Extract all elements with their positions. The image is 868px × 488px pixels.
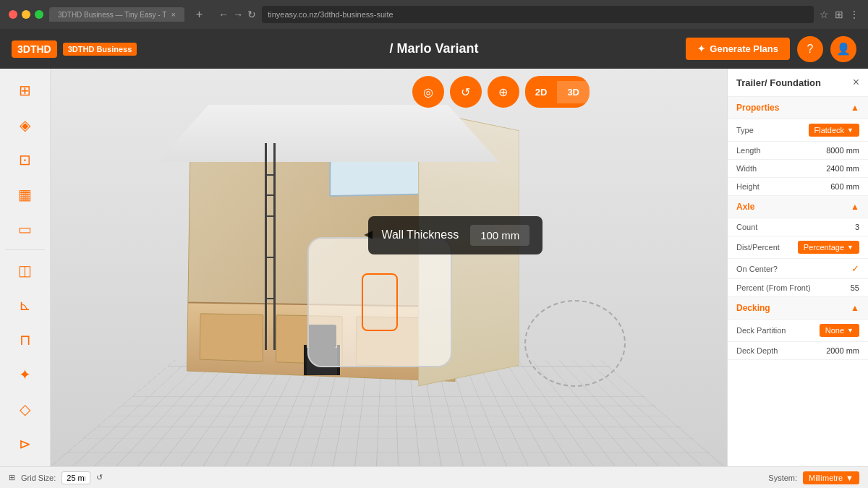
move-view-btn[interactable]: ⊕	[488, 76, 519, 108]
url-text: tinyeasy.co.nz/3dthd-business-suite	[268, 10, 393, 19]
axle-collapse-icon[interactable]: ▲	[851, 202, 859, 212]
help-button[interactable]: ?	[797, 36, 823, 62]
window-controls	[9, 10, 43, 19]
toolbar-stack-btn[interactable]: ◫	[9, 254, 41, 286]
toolbar-bookmark-btn[interactable]: ⊳	[9, 428, 41, 460]
type-dropdown[interactable]: Flatdeck ▼	[809, 124, 860, 137]
axle-section-title: Axle	[736, 202, 754, 212]
axle-section-header[interactable]: Axle ▲	[728, 196, 868, 218]
system-arrow: ▼	[846, 474, 854, 482]
app-header: 3DTHD 3DTHD Business / Marlo Variant ✦ G…	[0, 29, 868, 69]
address-bar[interactable]: tinyeasy.co.nz/3dthd-business-suite	[262, 6, 814, 23]
page-title: / Marlo Variant	[389, 41, 478, 56]
roof-area	[158, 105, 500, 162]
count-row: Count 3	[728, 218, 868, 236]
toolbar-box-btn[interactable]: ▭	[9, 213, 41, 245]
logo-area: 3DTHD 3DTHD Business	[12, 40, 137, 58]
toolbar-dimension-btn[interactable]: ⊡	[9, 144, 41, 176]
properties-section-title: Properties	[736, 103, 779, 113]
browser-action-icons: ☆ ⊞ ⋮	[820, 9, 859, 20]
new-tab-btn[interactable]: +	[190, 8, 208, 21]
system-label: System:	[768, 474, 797, 482]
logo-3dthd[interactable]: 3DTHD	[12, 40, 57, 58]
stairs-icon: ⊾	[19, 296, 31, 314]
deck-depth-label: Deck Depth	[736, 346, 778, 355]
extension-icon[interactable]: ⊞	[835, 9, 843, 20]
camera-icon: ◎	[423, 85, 433, 99]
toolbar-layers-btn[interactable]: ⊞	[9, 74, 41, 106]
rotate-icon: ↺	[461, 85, 470, 99]
properties-collapse-icon[interactable]: ▲	[851, 103, 859, 113]
browser-tab[interactable]: 3DTHD Business — Tiny Easy - T ×	[49, 7, 184, 22]
percent-value: 55	[851, 283, 859, 292]
user-button[interactable]: 👤	[830, 36, 856, 62]
layers-icon: ⊞	[19, 82, 31, 99]
length-row: Length 8000 mm	[728, 142, 868, 160]
nav-refresh-btn[interactable]: ↻	[247, 9, 256, 20]
2d-view-btn[interactable]: 2D	[525, 81, 558, 103]
deck-partition-dropdown[interactable]: None ▼	[820, 324, 859, 337]
generate-plans-button[interactable]: ✦ Generate Plans	[686, 38, 790, 60]
minimize-window-dot[interactable]	[22, 10, 30, 19]
box-icon: ▭	[18, 221, 32, 238]
height-value: 600 mm	[830, 182, 859, 191]
system-value: Millimetre	[809, 474, 843, 482]
panel-close-btn[interactable]: ×	[853, 76, 859, 89]
toolbar-paint-btn[interactable]: ◇	[9, 393, 41, 425]
bookmark-star-icon[interactable]: ☆	[820, 9, 829, 20]
cube-icon: ◈	[20, 116, 30, 134]
system-dropdown[interactable]: Millimetre ▼	[803, 471, 859, 484]
on-center-label: On Center?	[736, 265, 778, 273]
selection-circle	[524, 300, 626, 387]
grid-icon: ▦	[18, 186, 32, 203]
deck-depth-row: Deck Depth 2000 mm	[728, 342, 868, 360]
toolbar-cube-btn[interactable]: ◈	[9, 109, 41, 141]
length-label: Length	[736, 146, 761, 155]
toolbar-grid-btn[interactable]: ▦	[9, 179, 41, 210]
grid-size-input[interactable]	[61, 471, 90, 484]
decking-collapse-icon[interactable]: ▲	[851, 303, 859, 313]
width-value: 2400 mm	[826, 164, 859, 173]
settings-icon[interactable]: ⋮	[849, 9, 859, 20]
count-label: Count	[736, 223, 757, 231]
type-label: Type	[736, 126, 754, 134]
type-value: Flatdeck	[814, 126, 845, 134]
rotate-view-btn[interactable]: ↺	[450, 76, 482, 108]
3d-view-btn[interactable]: 3D	[557, 81, 590, 103]
ladder-element	[265, 143, 276, 350]
selection-indicator	[362, 273, 398, 331]
maximize-window-dot[interactable]	[35, 10, 43, 19]
3d-viewport[interactable]: Wall Thickness 100 mm ◎ ↺ ⊕ 2D 3D	[51, 69, 727, 466]
properties-section-header[interactable]: Properties ▲	[728, 97, 868, 119]
panel-title: Trailer/ Foundation	[736, 77, 821, 88]
business-badge: 3DTHD Business	[63, 43, 137, 56]
on-center-checkbox[interactable]: ✓	[851, 263, 859, 274]
panel-header: Trailer/ Foundation ×	[728, 69, 868, 97]
generate-star-icon: ✦	[697, 43, 705, 54]
couch-icon: ⊓	[20, 331, 31, 348]
width-row: Width 2400 mm	[728, 160, 868, 178]
deck-depth-value: 2000 mm	[826, 346, 859, 355]
reset-grid-btn[interactable]: ↺	[96, 473, 103, 482]
width-label: Width	[736, 164, 757, 173]
toolbar-light-btn[interactable]: ✦	[9, 359, 41, 390]
toolbar-stairs-btn[interactable]: ⊾	[9, 289, 41, 321]
tab-close-btn[interactable]: ×	[171, 10, 175, 19]
dist-percent-label: Dist/Percent	[736, 243, 780, 252]
toolbar-furniture-btn[interactable]: ⊓	[9, 324, 41, 356]
title-name: Marlo Variant	[396, 41, 478, 56]
title-prefix: /	[389, 41, 393, 56]
nav-back-btn[interactable]: ←	[218, 9, 229, 20]
wall-thickness-tooltip: Wall Thickness 100 mm	[368, 216, 542, 254]
dist-percent-dropdown[interactable]: Percentage ▼	[798, 241, 859, 254]
close-window-dot[interactable]	[9, 10, 17, 19]
stack-icon: ◫	[18, 262, 32, 279]
wall-thickness-label: Wall Thickness	[381, 228, 459, 241]
camera-view-btn[interactable]: ◎	[412, 76, 444, 108]
nav-forward-btn[interactable]: →	[233, 9, 243, 20]
toolbar-divider-1	[5, 249, 45, 250]
move-icon: ⊕	[498, 85, 508, 99]
bottom-bar: ⊞ Grid Size: ↺ System: Millimetre ▼	[0, 466, 868, 488]
decking-section-header[interactable]: Decking ▲	[728, 297, 868, 320]
decking-section-title: Decking	[736, 303, 770, 313]
